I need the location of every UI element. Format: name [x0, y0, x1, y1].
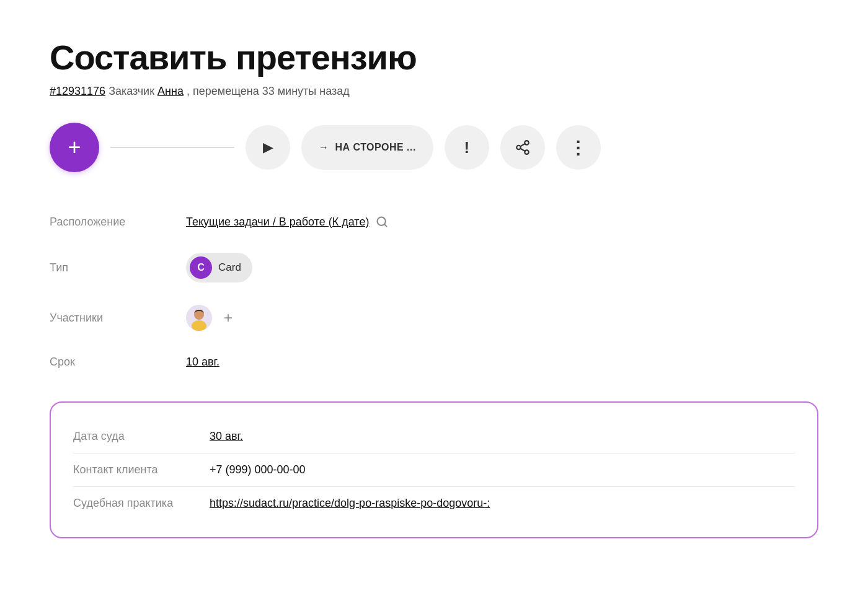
- contact-label: Контакт клиента: [73, 463, 210, 476]
- location-value: Текущие задачи / В работе (К дате): [186, 215, 389, 229]
- type-field-row: Тип C Card: [50, 242, 818, 294]
- subtitle-rest: , перемещена 33 минуты назад: [187, 85, 350, 97]
- toolbar: + ▶ → НА СТОРОНЕ ... ! ⋮: [50, 123, 818, 172]
- subtitle-text: Заказчик: [108, 85, 157, 97]
- add-participant-button[interactable]: +: [218, 308, 238, 328]
- more-button[interactable]: ⋮: [556, 125, 601, 170]
- alert-icon: !: [464, 138, 470, 157]
- more-icon: ⋮: [569, 138, 587, 158]
- deadline-value: 10 авг.: [186, 356, 219, 369]
- members-field-row: Участники +: [50, 294, 818, 342]
- location-field-row: Расположение Текущие задачи / В работе (…: [50, 202, 818, 242]
- practice-label: Судебная практика: [73, 497, 210, 510]
- type-badge[interactable]: C Card: [186, 253, 252, 282]
- court-date-row: Дата суда 30 авг.: [73, 420, 795, 453]
- task-number-link[interactable]: #12931176: [50, 85, 105, 97]
- subtitle: #12931176 Заказчик Анна , перемещена 33 …: [50, 85, 818, 98]
- customer-name-link[interactable]: Анна: [157, 85, 184, 97]
- type-badge-name: Card: [218, 261, 241, 274]
- contact-row: Контакт клиента +7 (999) 000-00-00: [73, 453, 795, 487]
- svg-line-6: [384, 224, 387, 227]
- add-button[interactable]: +: [50, 123, 99, 172]
- play-button[interactable]: ▶: [246, 125, 290, 170]
- nav-label: НА СТОРОНЕ ...: [335, 142, 416, 153]
- deadline-link[interactable]: 10 авг.: [186, 356, 219, 369]
- location-link[interactable]: Текущие задачи / В работе (К дате): [186, 216, 369, 229]
- connector-line: [110, 147, 234, 148]
- participant-avatar[interactable]: [186, 305, 212, 331]
- deadline-label: Срок: [50, 356, 186, 369]
- contact-value[interactable]: +7 (999) 000-00-00: [210, 463, 306, 476]
- page-title: Составить претензию: [50, 37, 818, 77]
- svg-line-4: [520, 144, 525, 146]
- share-button[interactable]: [500, 125, 545, 170]
- type-label: Тип: [50, 261, 186, 274]
- court-date-value: 30 авг.: [210, 430, 243, 443]
- practice-row: Судебная практика https://sudact.ru/prac…: [73, 487, 795, 520]
- search-icon[interactable]: [375, 215, 389, 229]
- members-label: Участники: [50, 312, 186, 325]
- person-icon: [186, 305, 212, 331]
- type-avatar: C: [190, 256, 212, 279]
- location-label: Расположение: [50, 216, 186, 229]
- type-value: C Card: [186, 253, 252, 282]
- nav-arrow-icon: →: [319, 142, 329, 153]
- practice-link[interactable]: https://sudact.ru/practice/dolg-po-raspi…: [210, 497, 490, 509]
- share-icon: [515, 139, 531, 155]
- deadline-field-row: Срок 10 авг.: [50, 342, 818, 382]
- fields-container: Расположение Текущие задачи / В работе (…: [50, 202, 818, 382]
- custom-fields-box: Дата суда 30 авг. Контакт клиента +7 (99…: [50, 401, 818, 538]
- practice-value: https://sudact.ru/practice/dolg-po-raspi…: [210, 497, 490, 510]
- members-value: +: [186, 305, 238, 331]
- alert-button[interactable]: !: [445, 125, 489, 170]
- court-date-label: Дата суда: [73, 430, 210, 443]
- svg-line-3: [520, 149, 525, 151]
- court-date-link[interactable]: 30 авг.: [210, 430, 243, 442]
- nav-button[interactable]: → НА СТОРОНЕ ...: [301, 125, 433, 170]
